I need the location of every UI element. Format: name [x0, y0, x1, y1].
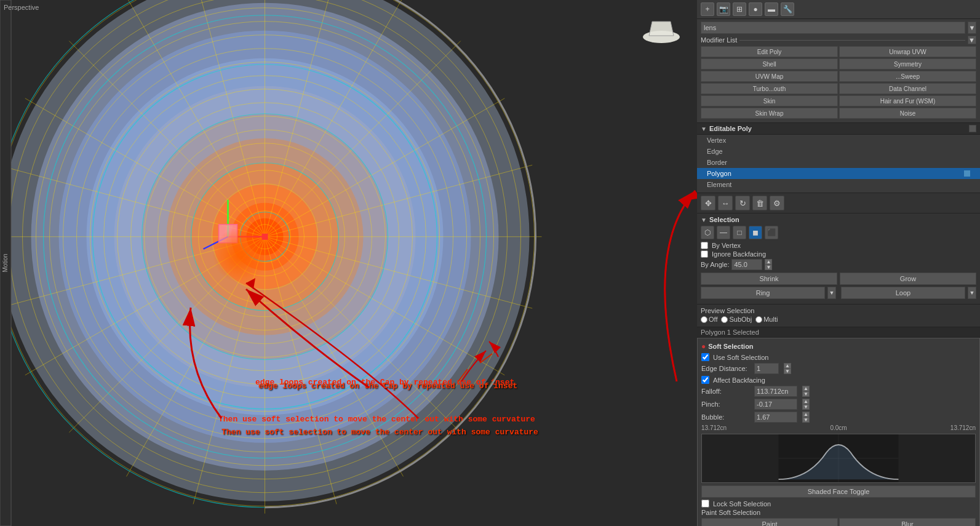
edit-poly-btn[interactable]: Edit Poly	[701, 46, 838, 57]
edge-distance-label: Edge Distance:	[701, 365, 751, 372]
settings-icon-btn[interactable]: ⚙	[770, 196, 784, 210]
falloff-input[interactable]	[754, 386, 797, 397]
skin-btn[interactable]: Skin	[701, 95, 838, 106]
delete-icon-btn[interactable]: 🗑	[752, 196, 767, 210]
angle-up[interactable]: ▲	[765, 259, 772, 265]
edge-dist-up[interactable]: ▲	[784, 363, 791, 369]
selection-section: ▼ Selection ⬡ — □ ◼ ⬛ By Vertex Ignore B…	[697, 213, 980, 305]
wrench-button[interactable]: 🔧	[781, 2, 794, 16]
paint-btn[interactable]: Paint	[701, 518, 838, 526]
shrink-btn[interactable]: Shrink	[701, 273, 837, 285]
rotate-icon-btn[interactable]: ↻	[735, 196, 750, 210]
multi-radio[interactable]	[755, 316, 762, 323]
curve-label-center: 0.0cm	[830, 424, 847, 431]
uvw-map-btn[interactable]: UVW Map	[701, 71, 838, 82]
lens-search-input[interactable]	[701, 22, 965, 34]
sel-icon-element[interactable]: ⬛	[765, 226, 778, 239]
polygon-item[interactable]: Polygon	[697, 168, 980, 179]
ring-btn[interactable]: Ring	[701, 287, 825, 299]
falloff-down[interactable]: ▼	[802, 391, 810, 397]
editable-poly-inner: Vertex Edge Border Polygon Element	[697, 135, 980, 193]
symmetry-btn[interactable]: Symmetry	[839, 58, 976, 70]
element-item[interactable]: Element	[697, 179, 980, 190]
dropdown-arrow[interactable]: ▼	[968, 22, 976, 34]
bubble-input[interactable]	[754, 412, 797, 423]
edge-dist-down[interactable]: ▼	[784, 369, 791, 374]
loop-options[interactable]: ▼	[968, 287, 976, 299]
shell-btn[interactable]: Shell	[701, 58, 838, 70]
grow-btn[interactable]: Grow	[840, 273, 976, 285]
by-vertex-checkbox[interactable]	[701, 242, 708, 249]
soft-selection-title: Soft Selection	[708, 343, 753, 350]
ignore-backfacing-checkbox[interactable]	[701, 250, 708, 258]
sel-icon-vertex[interactable]: ⬡	[701, 226, 714, 239]
curve-label-left: 13.712cn	[701, 424, 727, 431]
shaded-face-toggle-btn[interactable]: Shaded Face Toggle	[701, 485, 976, 498]
rect-button[interactable]: ▬	[765, 2, 778, 16]
sel-icon-edge[interactable]: —	[717, 226, 730, 239]
falloff-up[interactable]: ▲	[802, 386, 810, 391]
bubble-up[interactable]: ▲	[802, 412, 810, 417]
falloff-label: Falloff:	[701, 388, 751, 395]
selection-status: Polygon 1 Selected	[697, 327, 980, 338]
editable-poly-header[interactable]: ▼ Editable Poly	[697, 123, 980, 135]
move-icon-btn[interactable]: ↔	[718, 196, 733, 210]
collapse-arrow: ▼	[701, 126, 707, 132]
subobj-label: SubObj	[729, 316, 752, 323]
vertex-item[interactable]: Vertex	[697, 135, 980, 146]
add-button[interactable]: +	[701, 2, 714, 16]
sphere-button[interactable]: ●	[749, 2, 762, 16]
by-vertex-label: By Vertex	[712, 242, 741, 249]
loop-btn[interactable]: Loop	[841, 287, 965, 299]
skin-wrap-btn[interactable]: Skin Wrap	[701, 108, 838, 119]
off-radio[interactable]	[701, 316, 707, 323]
unwrap-uvw-btn[interactable]: Unwrap UVW	[839, 46, 976, 57]
subobj-radio-label[interactable]: SubObj	[721, 316, 752, 323]
select-icon-btn[interactable]: ✥	[701, 196, 715, 210]
blur-btn[interactable]: Blur	[839, 518, 976, 526]
hair-fur-btn[interactable]: Hair and Fur (WSM)	[839, 95, 976, 106]
camera-button[interactable]: 📷	[717, 2, 730, 16]
lock-soft-label: Lock Soft Selection	[713, 500, 771, 508]
sel-icon-polygon[interactable]: ◼	[749, 226, 762, 239]
ring-options[interactable]: ▼	[827, 287, 836, 299]
by-angle-input[interactable]	[731, 259, 762, 270]
use-soft-checkbox[interactable]	[701, 353, 709, 361]
off-label: Off	[709, 316, 717, 323]
by-angle-label: By Angle:	[701, 261, 729, 268]
angle-down[interactable]: ▼	[765, 265, 772, 270]
selection-title: Selection	[709, 216, 739, 223]
border-item[interactable]: Border	[697, 157, 980, 168]
modifier-options[interactable]: ▼	[968, 36, 976, 44]
right-panel: + 📷 ⊞ ● ▬ 🔧 ▼ Modifier List ▼ Edit Poly …	[697, 0, 980, 526]
pinch-down[interactable]: ▼	[802, 404, 810, 410]
viewport[interactable]: edge loops created on the Cap by repeate…	[0, 0, 697, 526]
edge-distance-input[interactable]	[754, 363, 779, 374]
icons-row: ✥ ↔ ↻ 🗑 ⚙	[697, 193, 980, 213]
subobj-radio[interactable]	[721, 316, 728, 323]
sel-icon-border[interactable]: □	[733, 226, 746, 239]
sweep-btn[interactable]: ...Sweep	[839, 71, 976, 82]
multi-label: Multi	[763, 316, 778, 323]
polygon-indicator	[964, 170, 970, 177]
lock-soft-checkbox[interactable]	[701, 500, 709, 508]
pinch-input[interactable]	[754, 399, 797, 410]
noise-btn[interactable]: Noise	[839, 108, 976, 119]
data-channel-btn[interactable]: Data Channel	[839, 83, 976, 94]
bubble-down[interactable]: ▼	[802, 417, 810, 423]
modifier-section: ▼ Modifier List ▼ Edit Poly Unwrap UVW S…	[697, 19, 980, 123]
ignore-backfacing-label: Ignore Backfacing	[712, 250, 766, 258]
turbo-btn[interactable]: Turbo...outh	[701, 83, 838, 94]
modifier-list-label: Modifier List	[701, 36, 737, 44]
affect-backfacing-checkbox[interactable]	[701, 376, 709, 384]
editable-poly-title: Editable Poly	[709, 125, 752, 132]
off-radio-label[interactable]: Off	[701, 316, 717, 323]
edge-item[interactable]: Edge	[697, 146, 980, 157]
grid-button[interactable]: ⊞	[733, 2, 746, 16]
pinch-label: Pinch:	[701, 400, 751, 408]
multi-radio-label[interactable]: Multi	[755, 316, 778, 323]
curve-label-right: 13.712cn	[950, 424, 976, 431]
poly-toggle[interactable]	[969, 125, 976, 132]
pinch-up[interactable]: ▲	[802, 399, 810, 404]
preview-title: Preview Selection	[701, 307, 754, 314]
